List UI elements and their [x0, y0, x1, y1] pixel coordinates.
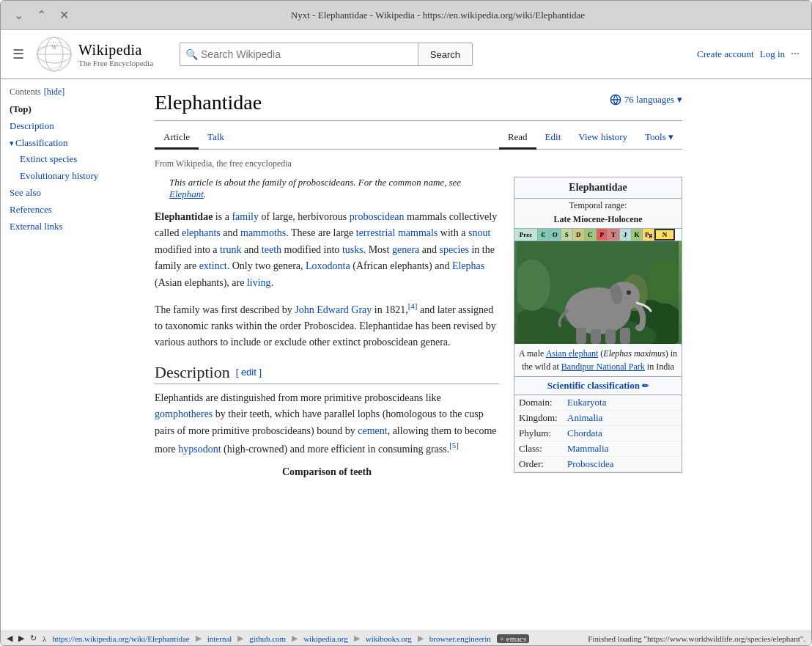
- tab-tools[interactable]: Tools ▾: [636, 127, 682, 150]
- italic-note-text: This article is about the family of prob…: [169, 177, 461, 188]
- link-mammoths[interactable]: mammoths: [240, 227, 286, 238]
- sci-class-edit-icon[interactable]: ✏: [642, 381, 649, 390]
- nav-lambda[interactable]: λ: [43, 634, 46, 643]
- infobox-caption-link-asian[interactable]: Asian elephant: [546, 348, 599, 359]
- tab-edit[interactable]: Edit: [536, 127, 570, 150]
- link-genera[interactable]: genera: [392, 244, 419, 255]
- infobox-value-class[interactable]: Mammalia: [567, 443, 608, 455]
- sci-class-header[interactable]: Scientific classification ✏: [514, 377, 682, 395]
- link-hypsodont[interactable]: hypsodont: [178, 444, 221, 455]
- log-in-link[interactable]: Log in: [760, 48, 785, 60]
- infobox-value-kingdom[interactable]: Animalia: [567, 412, 602, 424]
- toc-link-description[interactable]: Description: [10, 120, 54, 131]
- link-loxodonta[interactable]: Loxodonta: [306, 260, 350, 271]
- toc-item-external[interactable]: External links: [10, 219, 131, 235]
- toc-link-external[interactable]: External links: [10, 221, 63, 232]
- breadcrumb-wikipedia[interactable]: wikipedia.org: [303, 634, 348, 643]
- close-icon[interactable]: ✕: [55, 7, 73, 23]
- breadcrumb-wikibooks[interactable]: wikibooks.org: [366, 634, 412, 643]
- link-species[interactable]: species: [440, 244, 469, 255]
- infobox-value-phylum[interactable]: Chordata: [567, 427, 602, 439]
- infobox-value-order[interactable]: Proboscidea: [567, 458, 614, 470]
- infobox-row-order: Order: Proboscidea: [514, 457, 682, 472]
- breadcrumb-sep-1: ▶: [196, 634, 202, 643]
- tab-view-history[interactable]: View history: [569, 127, 636, 150]
- breadcrumb-browser[interactable]: browser.engineerin: [429, 634, 491, 643]
- language-button[interactable]: 76 languages ▾: [610, 94, 682, 106]
- toc-link-references[interactable]: References: [10, 204, 52, 215]
- tab-article[interactable]: Article: [155, 127, 199, 150]
- link-living[interactable]: living: [247, 277, 271, 288]
- toc-item-classification[interactable]: ▾Classification: [10, 136, 131, 151]
- infobox-caption-link-bandipur[interactable]: Bandipur National Park: [561, 361, 645, 372]
- infobox-row-phylum: Phylum: Chordata: [514, 426, 682, 441]
- italic-note-link[interactable]: Elephant: [169, 188, 204, 199]
- link-john-gray[interactable]: John Edward Gray: [295, 304, 372, 315]
- cite-5[interactable]: [5]: [449, 441, 459, 449]
- tab-talk[interactable]: Talk: [199, 127, 233, 150]
- lang-count: 76 languages: [624, 94, 674, 106]
- link-cement[interactable]: cement: [358, 425, 387, 436]
- section-description-edit[interactable]: [ edit ]: [236, 367, 262, 378]
- tab-read[interactable]: Read: [499, 127, 536, 150]
- toc-item-description[interactable]: Description: [10, 119, 131, 134]
- maximize-icon[interactable]: ⌃: [32, 7, 51, 23]
- cite-4[interactable]: [4]: [408, 301, 418, 310]
- infobox-title: Elephantidae: [514, 177, 682, 199]
- toc-item-references[interactable]: References: [10, 202, 131, 218]
- create-account-link[interactable]: Create account: [697, 48, 754, 60]
- section-description: Description [ edit ]: [155, 363, 499, 384]
- breadcrumb-sep-2: ▶: [237, 634, 243, 643]
- nav-reload[interactable]: ↻: [30, 634, 37, 643]
- header-actions: Create account Log in ···: [697, 48, 800, 61]
- toc-item-top[interactable]: (Top): [10, 102, 131, 117]
- minimize-icon[interactable]: ⌄: [10, 7, 28, 23]
- link-elephas[interactable]: Elephas: [452, 260, 484, 271]
- link-terrestrial[interactable]: terrestrial mammals: [356, 227, 438, 238]
- search-button[interactable]: Search: [418, 43, 473, 66]
- svg-text:W: W: [51, 44, 57, 51]
- page-title: Elephantidae: [155, 91, 262, 117]
- toc-item-see-also[interactable]: See also: [10, 186, 131, 201]
- infobox-label-class: Class:: [519, 443, 563, 455]
- toc-link-evolutionary[interactable]: Evolutionary history: [20, 170, 98, 181]
- nav-forward[interactable]: ▶: [18, 634, 24, 643]
- toc-item-extinct[interactable]: Extinct species: [10, 152, 131, 167]
- link-snout[interactable]: snout: [468, 227, 490, 238]
- link-teeth[interactable]: teeth: [262, 244, 281, 255]
- breadcrumb-github[interactable]: github.com: [249, 634, 286, 643]
- infobox-value-domain[interactable]: Eukaryota: [567, 397, 606, 408]
- svg-point-17: [627, 290, 631, 295]
- ts-n: N: [654, 229, 674, 241]
- status-url[interactable]: https://en.wikipedia.org/wiki/Elephantid…: [52, 634, 189, 643]
- search-form[interactable]: 🔍 Search: [180, 43, 473, 66]
- hamburger-menu[interactable]: ☰: [12, 46, 24, 62]
- link-gomphotheres[interactable]: gomphotheres: [155, 408, 213, 419]
- breadcrumb-plus[interactable]: + emacs: [497, 634, 529, 643]
- toc-link-classification[interactable]: Classification: [15, 137, 68, 148]
- expand-icon[interactable]: ▾: [10, 139, 14, 147]
- ts-p: P: [597, 229, 608, 241]
- ts-j: J: [620, 229, 632, 241]
- toc-hide-link[interactable]: [hide]: [44, 87, 65, 98]
- toc-item-evolutionary[interactable]: Evolutionary history: [10, 169, 131, 184]
- toc-link-extinct[interactable]: Extinct species: [20, 153, 77, 164]
- nav-back[interactable]: ◀: [7, 634, 12, 643]
- search-input[interactable]: [180, 43, 418, 66]
- ts-t: T: [608, 229, 620, 241]
- link-tusks[interactable]: tusks: [342, 244, 363, 255]
- link-extinct[interactable]: extinct: [199, 260, 227, 271]
- svg-rect-21: [620, 328, 630, 344]
- wiki-logo[interactable]: W Wikipedia The Free Encyclopedia: [36, 36, 153, 73]
- breadcrumb-internal[interactable]: internal: [207, 634, 232, 643]
- link-proboscidean[interactable]: proboscidean: [350, 211, 405, 222]
- link-family[interactable]: family: [232, 211, 259, 222]
- link-elephants[interactable]: elephants: [182, 227, 221, 238]
- elephant-image-svg: [517, 241, 679, 344]
- toc-link-see-also[interactable]: See also: [10, 187, 41, 198]
- link-trunk[interactable]: trunk: [220, 244, 242, 255]
- more-options-icon[interactable]: ···: [791, 48, 800, 61]
- page-tabs: Article Talk Read Edit View history Tool…: [155, 127, 682, 150]
- ts-c: C: [585, 229, 597, 241]
- toc-link-top[interactable]: (Top): [10, 103, 32, 114]
